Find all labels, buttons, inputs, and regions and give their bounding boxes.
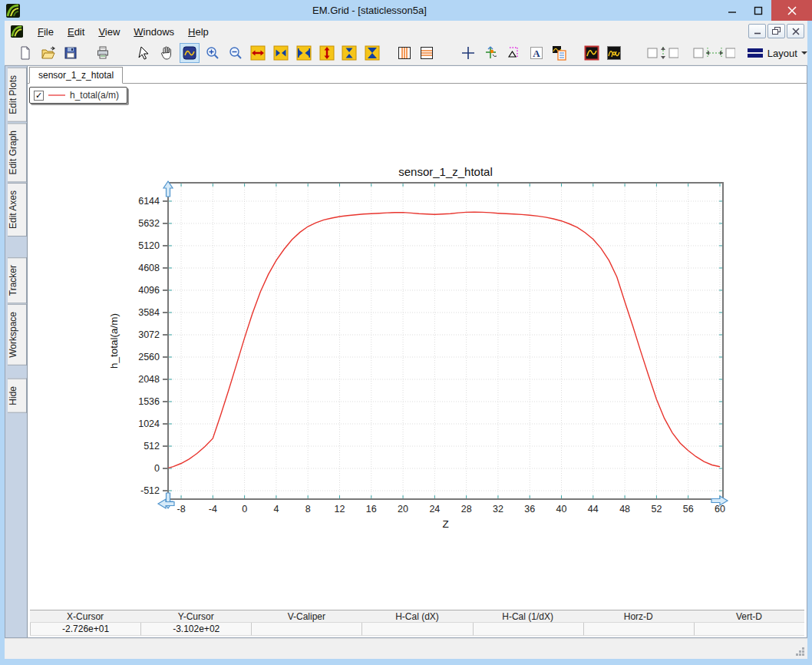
y-tick-label: 4608: [138, 263, 160, 273]
single-plot-window-button[interactable]: [582, 43, 602, 63]
expand-x-button[interactable]: [248, 43, 268, 63]
resize-grip[interactable]: [795, 647, 805, 657]
sidebar-tab-hide[interactable]: Hide: [8, 379, 27, 413]
y-tick-label: 5632: [138, 218, 160, 229]
menu-edit[interactable]: Edit: [61, 23, 91, 41]
caliper-icon: [506, 45, 521, 61]
x-tick-label: 16: [366, 504, 377, 514]
svg-text:A: A: [533, 48, 540, 59]
chart-title: sensor_1_z_htotal: [398, 165, 493, 178]
save-button[interactable]: [61, 43, 81, 63]
x-tick-label: 12: [335, 504, 345, 514]
close-icon: [787, 6, 797, 15]
menu-help[interactable]: Help: [181, 23, 216, 41]
expand-y-icon: [319, 45, 335, 61]
zoom-out-button[interactable]: [226, 43, 246, 63]
compress-x-icon: [296, 45, 312, 61]
status-col-horz-d: Horz-D: [583, 610, 694, 623]
tracker-button[interactable]: [481, 43, 501, 63]
single-plot-window-icon: [584, 45, 599, 61]
chart-region: -512051210241536204825603072358440964608…: [28, 84, 807, 610]
pan-hand-button[interactable]: [157, 43, 177, 63]
multi-plot-window-button[interactable]: [604, 43, 624, 63]
x-tick-label: 48: [619, 504, 630, 514]
cross-cursor-button[interactable]: [458, 43, 478, 63]
y-tick-label: 5120: [138, 240, 160, 251]
mdi-minimize-button[interactable]: [748, 24, 766, 38]
new-document-icon: [18, 45, 33, 61]
save-icon: [63, 45, 78, 61]
zoom-in-button[interactable]: [203, 43, 223, 63]
legend-checkbox[interactable]: ✓: [34, 91, 44, 101]
open-file-button[interactable]: [38, 43, 58, 63]
compress-x-button[interactable]: [294, 43, 314, 63]
new-document-button[interactable]: [15, 43, 35, 63]
status-header-row: X-CursorY-CursorV-CaliperH-Cal (dX)H-Cal…: [30, 610, 804, 623]
horizontal-markers-button[interactable]: [418, 43, 437, 63]
print-button[interactable]: [93, 43, 113, 63]
window-body: FileEditViewWindowsHelp: [5, 21, 807, 659]
expand-y-button[interactable]: [317, 43, 337, 63]
sidebar-tab-workspace[interactable]: Workspace: [8, 304, 27, 366]
tab-bar: sensor_1_z_htotal: [28, 66, 807, 84]
x-tick-label: 20: [398, 504, 408, 514]
compress-y-button[interactable]: [362, 43, 382, 63]
y-tick-label: 512: [144, 441, 160, 452]
zoom-out-icon: [228, 45, 243, 61]
x-tick-label: -8: [177, 504, 185, 514]
add-text-button[interactable]: A: [526, 43, 546, 63]
status-col-y-cursor: Y-Cursor: [140, 610, 251, 623]
x-tick-label: 32: [493, 504, 503, 514]
y-tick-label: -512: [140, 485, 160, 496]
x-tick-label: -4: [209, 504, 217, 514]
align-horizontal-button[interactable]: [692, 43, 736, 63]
menu-bar: FileEditViewWindowsHelp: [5, 21, 807, 41]
maximize-button[interactable]: [745, 0, 771, 21]
toolbar: A: [5, 41, 807, 65]
legend-button[interactable]: [550, 43, 569, 63]
tab-sensor-1-z-htotal[interactable]: sensor_1_z_htotal: [29, 67, 123, 84]
sidebar: Edit PlotsEdit GraphEdit AxesTrackerWork…: [5, 66, 27, 637]
y-tick-label: 3584: [138, 307, 160, 318]
x-axis-min-handle[interactable]: [158, 499, 174, 508]
y-tick-label: 3072: [138, 329, 160, 340]
legend-overlay[interactable]: ✓ h_total(a/m): [29, 87, 127, 104]
layout-menu-button[interactable]: Layout: [747, 48, 807, 59]
sidebar-tab-edit-axes[interactable]: Edit Axes: [8, 183, 27, 237]
menu-windows[interactable]: Windows: [127, 23, 181, 41]
scroll-x-icon: [273, 45, 289, 61]
caliper-button[interactable]: [504, 43, 524, 63]
y-tick-label: 6144: [138, 196, 160, 207]
app-logo-icon: [6, 4, 20, 18]
compress-y-icon: [365, 45, 380, 61]
align-vertical-button[interactable]: [645, 43, 679, 63]
chart-canvas[interactable]: -512051210241536204825603072358440964608…: [28, 84, 807, 610]
x-tick-label: 36: [524, 504, 535, 514]
expand-x-icon: [250, 45, 266, 61]
y-axis-label: h_total(a/m): [108, 313, 120, 369]
zoom-box-button[interactable]: [180, 43, 200, 63]
minimize-button[interactable]: [719, 0, 745, 21]
select-arrow-icon: [137, 45, 152, 61]
mdi-close-button[interactable]: [787, 24, 804, 38]
status-value-h-cal-1-dx-: [473, 623, 583, 636]
scroll-x-button[interactable]: [271, 43, 291, 63]
status-value-vert-d: [694, 623, 804, 636]
select-arrow-button[interactable]: [134, 43, 154, 63]
series-line-h-total-a-m-: [169, 212, 721, 468]
mdi-restore-button[interactable]: [767, 24, 785, 38]
x-tick-label: 44: [588, 504, 599, 514]
menu-file[interactable]: File: [31, 23, 61, 41]
y-tick-label: 1536: [138, 396, 160, 407]
menu-view[interactable]: View: [91, 23, 127, 41]
close-button[interactable]: [771, 0, 812, 21]
vertical-markers-button[interactable]: [394, 43, 414, 63]
sidebar-tab-edit-graph[interactable]: Edit Graph: [8, 123, 27, 182]
plot-border: [168, 183, 723, 499]
sidebar-tab-tracker[interactable]: Tracker: [8, 257, 27, 303]
layout-menu-label: Layout: [767, 48, 797, 59]
scroll-y-button[interactable]: [339, 43, 359, 63]
x-tick-label: 4: [273, 504, 279, 514]
sidebar-tab-edit-plots[interactable]: Edit Plots: [8, 68, 27, 122]
status-value-v-caliper: [251, 623, 361, 636]
